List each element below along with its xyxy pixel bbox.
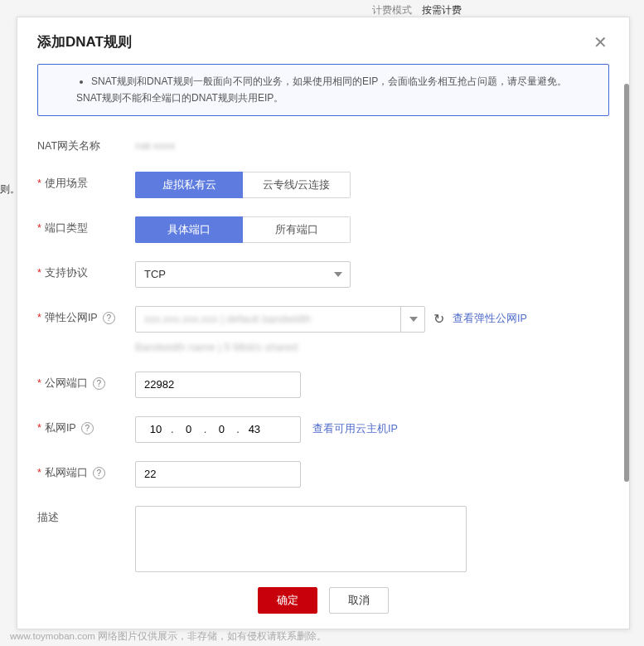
help-icon[interactable]: ?	[81, 422, 94, 435]
ip-octet-2[interactable]	[174, 423, 204, 435]
modal-header: 添加DNAT规则 ✕	[17, 17, 629, 64]
help-icon[interactable]: ?	[93, 467, 105, 479]
label-description: 描述	[37, 506, 135, 525]
scenario-toggle-group: 虚拟私有云 云专线/云连接	[135, 172, 351, 198]
help-icon[interactable]: ?	[93, 377, 105, 390]
port-type-all-button[interactable]: 所有端口	[243, 216, 351, 243]
ip-octet-3[interactable]	[206, 423, 236, 435]
ip-octet-4[interactable]	[240, 423, 269, 435]
private-port-input[interactable]	[135, 461, 301, 488]
row-scenario: * 使用场景 虚拟私有云 云专线/云连接	[37, 172, 609, 198]
row-public-port: * 公网端口 ?	[37, 372, 609, 398]
label-private-port: * 私网端口 ?	[37, 461, 135, 480]
view-eip-link[interactable]: 查看弹性公网IP	[453, 312, 527, 326]
row-private-ip: * 私网IP ? . . . 查看可用云主机IP	[37, 416, 609, 443]
info-box: SNAT规则和DNAT规则一般面向不同的业务，如果使用相同的EIP，会面临业务相…	[37, 64, 609, 116]
label-eip: * 弹性公网IP ?	[37, 306, 135, 325]
required-marker: *	[37, 422, 41, 434]
info-line-1: SNAT规则和DNAT规则一般面向不同的业务，如果使用相同的EIP，会面临业务相…	[91, 73, 597, 90]
required-marker: *	[37, 467, 41, 478]
info-line-2: SNAT规则不能和全端口的DNAT规则共用EIP。	[50, 90, 597, 106]
help-icon[interactable]: ?	[103, 312, 115, 324]
row-private-port: * 私网端口 ?	[37, 461, 609, 488]
port-type-specific-button[interactable]: 具体端口	[135, 216, 243, 243]
confirm-button[interactable]: 确定	[258, 587, 317, 614]
close-icon[interactable]: ✕	[592, 32, 609, 52]
row-description: 描述 0/255	[37, 506, 609, 576]
dnat-rule-modal: 添加DNAT规则 ✕ SNAT规则和DNAT规则一般面向不同的业务，如果使用相同…	[17, 17, 630, 629]
protocol-select[interactable]: TCP	[135, 261, 351, 288]
required-marker: *	[37, 267, 41, 279]
row-eip: * 弹性公网IP ? xxx.xxx.xxx.xxx | default ban…	[37, 306, 609, 353]
label-private-ip: * 私网IP ?	[37, 416, 135, 435]
eip-secondary-info: Bandwidth name | 5 Mbit/s shared	[135, 341, 609, 353]
private-ip-input: . . .	[135, 416, 301, 443]
modal-footer: 确定 取消	[17, 576, 629, 629]
required-marker: *	[37, 312, 41, 323]
description-textarea[interactable]	[135, 506, 467, 572]
required-marker: *	[37, 377, 41, 389]
row-port-type: * 端口类型 具体端口 所有端口	[37, 216, 609, 243]
label-protocol: * 支持协议	[37, 261, 135, 280]
label-nat-gateway: NAT网关名称	[37, 134, 135, 153]
scenario-directconnect-button[interactable]: 云专线/云连接	[243, 172, 351, 198]
label-public-port: * 公网端口 ?	[37, 372, 135, 391]
refresh-icon[interactable]: ↻	[433, 311, 444, 327]
eip-select[interactable]: xxx.xxx.xxx.xxx | default bandwidth	[135, 306, 425, 333]
label-scenario: * 使用场景	[37, 172, 135, 191]
port-type-toggle-group: 具体端口 所有端口	[135, 216, 351, 243]
cancel-button[interactable]: 取消	[329, 587, 389, 614]
public-port-input[interactable]	[135, 372, 301, 398]
billing-mode-label: 计费模式	[372, 3, 412, 17]
row-protocol: * 支持协议 TCP	[37, 261, 609, 288]
view-host-ip-link[interactable]: 查看可用云主机IP	[312, 422, 398, 436]
chevron-down-icon[interactable]	[400, 306, 425, 333]
billing-mode-value: 按需计费	[422, 3, 462, 17]
row-nat-gateway: NAT网关名称 nat-xxxx	[37, 134, 609, 153]
ip-octet-1[interactable]	[141, 423, 171, 435]
label-port-type: * 端口类型	[37, 216, 135, 236]
nat-gateway-value: nat-xxxx	[135, 134, 609, 152]
modal-body: SNAT规则和DNAT规则一般面向不同的业务，如果使用相同的EIP，会面临业务相…	[17, 64, 629, 576]
required-marker: *	[37, 222, 41, 234]
watermark-text: www.toymoban.com 网络图片仅供展示，非存储，如有侵权请联系删除。	[10, 630, 327, 643]
required-marker: *	[37, 177, 41, 189]
modal-title: 添加DNAT规则	[37, 32, 132, 51]
scenario-vpc-button[interactable]: 虚拟私有云	[135, 172, 243, 198]
